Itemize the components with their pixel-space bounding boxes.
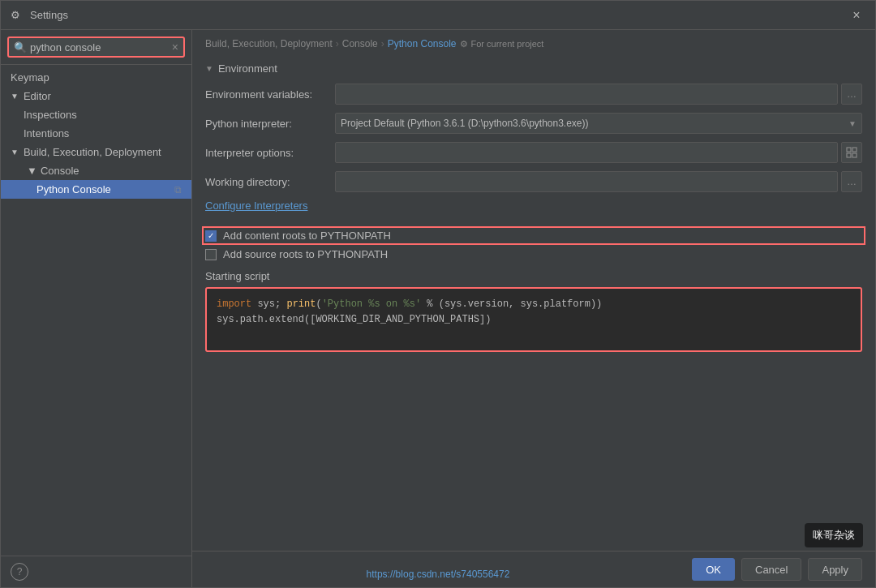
python-interpreter-input-wrapper: Project Default (Python 3.6.1 (D:\python…	[335, 113, 862, 134]
working-directory-label: Working directory:	[205, 176, 335, 188]
sidebar-item-intentions[interactable]: Intentions	[1, 124, 191, 143]
search-bar: 🔍 ×	[1, 30, 191, 65]
env-vars-input[interactable]	[335, 84, 838, 105]
interpreter-value: Project Default (Python 3.6.1 (D:\python…	[341, 118, 589, 129]
interpreter-options-browse-btn[interactable]	[841, 142, 862, 163]
python-interpreter-select[interactable]: Project Default (Python 3.6.1 (D:\python…	[335, 113, 862, 134]
close-button[interactable]: ×	[848, 6, 865, 24]
code-import: import	[217, 298, 251, 310]
code-paren1: (	[316, 298, 321, 310]
search-input[interactable]	[30, 41, 169, 54]
settings-dialog: ⚙ Settings × 🔍 × Keymap ▼	[0, 0, 876, 588]
environment-section-header: ▼ Environment	[205, 62, 862, 75]
working-directory-browse-btn[interactable]: …	[841, 171, 862, 192]
starting-script-section: Starting script import sys; print('Pytho…	[205, 270, 862, 352]
breadcrumb-part1: Build, Execution, Deployment	[205, 38, 333, 49]
settings-title-icon: ⚙	[11, 9, 24, 22]
left-bottom: ?	[1, 556, 191, 587]
apply-button[interactable]: Apply	[808, 558, 862, 581]
code-print: print	[286, 298, 316, 310]
interpreter-options-row: Interpreter options:	[205, 141, 862, 164]
script-line1: import sys; print('Python %s on %s' % (s…	[217, 297, 851, 312]
sidebar-item-editor[interactable]: ▼ Editor	[1, 87, 191, 105]
svg-rect-2	[847, 153, 851, 157]
interpreter-options-input[interactable]	[335, 142, 838, 163]
search-wrapper: 🔍 ×	[7, 36, 185, 58]
inspections-label: Inspections	[24, 109, 77, 121]
title-bar: ⚙ Settings ×	[1, 1, 875, 30]
environment-label: Environment	[218, 62, 277, 75]
editor-label: Editor	[24, 90, 51, 102]
script-editor[interactable]: import sys; print('Python %s on %s' % (s…	[205, 287, 862, 352]
right-panel: Build, Execution, Deployment › Console ›…	[192, 30, 875, 587]
svg-rect-0	[847, 148, 851, 152]
working-directory-wrapper: …	[335, 171, 862, 192]
console-arrow: ▼	[27, 165, 37, 177]
sidebar-item-build-exec[interactable]: ▼ Build, Execution, Deployment	[1, 143, 191, 161]
starting-script-label: Starting script	[205, 270, 862, 282]
add-source-roots-label: Add source roots to PYTHONPATH	[223, 248, 388, 260]
interpreter-options-label: Interpreter options:	[205, 147, 335, 159]
ok-button[interactable]: OK	[692, 558, 735, 581]
breadcrumb-settings-icon: ⚙	[460, 39, 468, 49]
configure-interpreters-link[interactable]: Configure Interpreters	[205, 200, 307, 212]
dialog-footer: OK Cancel Apply	[192, 551, 875, 587]
breadcrumb-project-label: For current project	[471, 39, 544, 49]
working-directory-input[interactable]	[335, 171, 838, 192]
help-button[interactable]: ?	[11, 563, 28, 581]
breadcrumb-part2: Console	[342, 38, 378, 49]
environment-arrow: ▼	[205, 64, 213, 73]
python-interpreter-label: Python interpreter:	[205, 118, 335, 130]
svg-rect-3	[852, 153, 857, 157]
breadcrumb-current: Python Console	[388, 38, 457, 49]
build-exec-label: Build, Execution, Deployment	[24, 146, 161, 158]
python-interpreter-row: Python interpreter: Project Default (Pyt…	[205, 112, 862, 135]
interpreter-dropdown-arrow: ▼	[848, 119, 857, 128]
add-source-roots-row: Add source roots to PYTHONPATH	[205, 248, 862, 260]
build-exec-arrow: ▼	[11, 148, 19, 157]
python-console-label: Python Console	[36, 183, 111, 195]
add-content-roots-checkbox[interactable]	[205, 230, 217, 242]
sidebar-item-inspections[interactable]: Inspections ⧉	[1, 105, 191, 124]
working-directory-row: Working directory: …	[205, 170, 862, 193]
breadcrumb-sep2: ›	[381, 38, 384, 49]
code-string1: 'Python %s on %s'	[322, 298, 421, 310]
add-content-roots-row: Add content roots to PYTHONPATH	[205, 230, 862, 242]
search-clear-icon[interactable]: ×	[172, 41, 178, 54]
left-panel: 🔍 × Keymap ▼ Editor Inspections ⧉	[1, 30, 192, 587]
breadcrumb-sep1: ›	[336, 38, 339, 49]
nav-tree: Keymap ▼ Editor Inspections ⧉ Intentions…	[1, 65, 191, 556]
code-line2: sys.path.extend([WORKING_DIR_AND_PYTHON_…	[217, 314, 491, 325]
add-source-roots-checkbox[interactable]	[205, 249, 217, 260]
env-vars-label: Environment variables:	[205, 88, 335, 101]
env-vars-input-wrapper: …	[335, 84, 862, 105]
keymap-label: Keymap	[11, 71, 49, 84]
content-area: ▼ Environment Environment variables: … P…	[192, 53, 875, 551]
script-line2: sys.path.extend([WORKING_DIR_AND_PYTHON_…	[217, 312, 851, 328]
interpreter-options-wrapper	[335, 142, 862, 163]
cancel-button[interactable]: Cancel	[741, 558, 801, 581]
code-percent: % (sys.version, sys.platform))	[421, 298, 602, 310]
search-icon: 🔍	[14, 41, 27, 54]
dialog-body: 🔍 × Keymap ▼ Editor Inspections ⧉	[1, 30, 875, 587]
console-label: Console	[41, 165, 79, 177]
python-console-copy-icon: ⧉	[174, 184, 182, 195]
env-vars-row: Environment variables: …	[205, 83, 862, 105]
add-content-roots-label: Add content roots to PYTHONPATH	[223, 230, 391, 242]
sidebar-item-python-console[interactable]: Python Console ⧉	[1, 180, 191, 199]
svg-rect-1	[852, 148, 857, 152]
sidebar-item-console[interactable]: ▼ Console	[1, 161, 191, 180]
title-bar-left: ⚙ Settings	[11, 9, 68, 22]
editor-arrow: ▼	[11, 92, 19, 101]
dialog-title: Settings	[30, 9, 68, 21]
breadcrumb: Build, Execution, Deployment › Console ›…	[192, 30, 875, 53]
code-sys1: sys;	[251, 298, 286, 310]
sidebar-item-keymap[interactable]: Keymap	[1, 68, 191, 87]
env-vars-browse-btn[interactable]: …	[841, 84, 862, 105]
configure-interpreters-wrapper: Configure Interpreters	[205, 200, 862, 220]
intentions-label: Intentions	[24, 127, 69, 139]
